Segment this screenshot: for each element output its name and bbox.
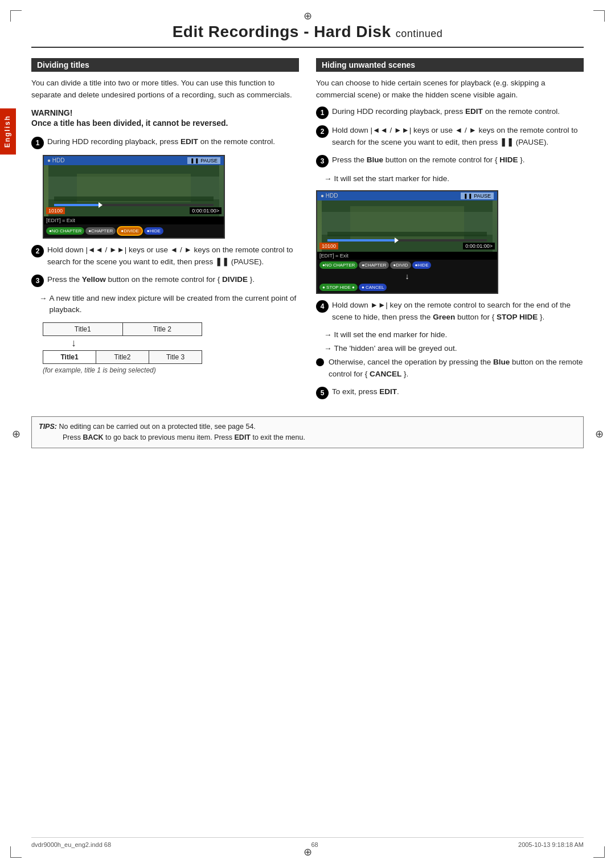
title1-before: Title1 — [43, 323, 123, 335]
right-step-5-text: To exit, press EDIT. — [332, 386, 399, 398]
right-step-4-sub1: → It will set the end marker for hide. — [324, 329, 584, 341]
warning-block: WARNING! Once a title has been divided, … — [31, 108, 299, 129]
ctrl-divide: ●DIVIDE — [117, 226, 143, 236]
screen-video-2: 10100 0:00:01:00> — [317, 200, 497, 252]
ctrl-chapter-2: ●CHAPTER — [359, 261, 389, 269]
warning-label: WARNING! — [31, 108, 299, 117]
warning-text: Once a title has been divided, it cannot… — [31, 117, 299, 129]
page-footer: dvdr9000h_eu_eng2.indd 68 68 2005-10-13 … — [31, 837, 584, 848]
right-step-1: 1 During HDD recording playback, press E… — [316, 106, 584, 119]
right-step-num-3: 3 — [316, 155, 329, 167]
circle-dot-icon — [316, 358, 324, 366]
ctrl-edit-1: [EDIT] = Exit — [44, 216, 224, 224]
ctrl-edit-2: [EDIT] = Exit — [317, 252, 497, 260]
arrow-down-container: ↓ — [71, 337, 202, 349]
screen-arrow: ↓ — [317, 271, 497, 282]
ctrl-chapter: ●CHAPTER — [85, 227, 116, 235]
step-3: 3 Press the Yellow button on the remote … — [31, 274, 299, 287]
right-step-3: 3 Press the Blue button on the remote co… — [316, 154, 584, 167]
svg-rect-12 — [327, 239, 396, 241]
screen-mockup-1: ● HDD ❚❚ PAUSE — [43, 155, 225, 239]
step-1: 1 During HDD recording playback, press E… — [31, 136, 299, 149]
arrow-icon-r1: → — [324, 173, 332, 185]
continued-label: continued — [396, 28, 443, 39]
screen-counter-2: 10100 — [319, 243, 338, 249]
svg-rect-10 — [327, 232, 487, 236]
footer-right: 2005-10-13 9:18:18 AM — [518, 841, 584, 848]
screen-controls-2b: ● STOP HIDE ● ● CANCEL — [317, 282, 497, 293]
arrow-icon-r2: → — [324, 329, 332, 341]
page-number: 68 — [311, 841, 318, 848]
title2-after: Title2 — [96, 351, 149, 363]
title1-after: Title1 — [43, 351, 96, 363]
step-num-2: 2 — [31, 245, 44, 257]
ctrl-no-chapter: ●NO CHAPTER — [46, 227, 84, 235]
circle-bullet-text: Otherwise, cancel the operation by press… — [329, 357, 584, 380]
screen-counter-1: 10100 — [46, 207, 65, 214]
screen-video-1: 10100 0:00:01:00> — [44, 165, 224, 216]
arrow-icon-1: → — [39, 293, 47, 304]
ctrl-divid-2: ●DIVID — [390, 261, 411, 269]
step-3-sub: → A new title and new index picture will… — [39, 293, 299, 316]
right-step-4-sub2: → The 'hidden' area will be greyed out. — [324, 343, 584, 354]
arrow-icon-r3: → — [324, 343, 332, 354]
right-column: Hiding unwanted scenes You can choose to… — [316, 58, 584, 405]
ctrl-no-chapter-2: ●NO CHAPTER — [319, 261, 358, 269]
arrow-down-icon: ↓ — [71, 337, 76, 349]
svg-rect-3 — [54, 196, 214, 201]
screen-header-1: ● HDD ❚❚ PAUSE — [44, 156, 224, 165]
screen-hdd-label-2: ● HDD — [321, 193, 338, 199]
diagram-caption: (for example, title 1 is being selected) — [43, 366, 299, 374]
ctrl-hide-2: ●HIDE — [412, 261, 432, 269]
tips-label: TIPS: — [39, 423, 57, 431]
hiding-intro: You can choose to hide certain scenes fo… — [316, 77, 584, 101]
hiding-scenes-header: Hiding unwanted scenes — [316, 58, 584, 72]
right-step-2: 2 Hold down |◄◄ / ►►| keys or use ◄ / ► … — [316, 125, 584, 149]
page-title: Edit Recordings - Hard Disk continued — [31, 23, 584, 41]
title3-after: Title 3 — [149, 351, 202, 363]
title2-before: Title 2 — [123, 323, 202, 335]
screen-pause-label: ❚❚ PAUSE — [187, 157, 220, 164]
title-diagram: Title1 Title 2 ↓ Title1 Title2 Title 3 — [43, 322, 202, 364]
right-step-4: 4 Hold down ►►| key on the remote contro… — [316, 300, 584, 324]
step-1-text: During HDD recording playback, press EDI… — [47, 136, 275, 148]
screen-timecode-2: 0:00:01:00> — [463, 243, 495, 249]
step-num-3: 3 — [31, 275, 44, 287]
screen-pause-label-2: ❚❚ PAUSE — [461, 193, 494, 199]
step-2: 2 Hold down |◄◄ / ►►| keys or use ◄ / ► … — [31, 244, 299, 268]
circle-bullet-1: Otherwise, cancel the operation by press… — [316, 357, 584, 380]
dividing-intro: You can divide a title into two or more … — [31, 77, 299, 101]
right-step-2-text: Hold down |◄◄ / ►►| keys or use ◄ / ► ke… — [332, 125, 584, 149]
page-header: Edit Recordings - Hard Disk continued — [31, 23, 584, 48]
ctrl-hide-1: ●HIDE — [144, 227, 163, 235]
screen-controls-2a: ●NO CHAPTER ●CHAPTER ●DIVID ●HIDE — [317, 260, 497, 271]
left-column: Dividing titles You can divide a title i… — [31, 58, 299, 405]
right-step-num-1: 1 — [316, 107, 329, 119]
screen-hdd-label: ● HDD — [47, 157, 64, 163]
step-2-text: Hold down |◄◄ / ►►| keys or use ◄ / ► ke… — [47, 244, 299, 268]
ctrl-stop-hide: ● STOP HIDE ● — [319, 284, 358, 291]
tips-box: TIPS: No editing can be carried out on a… — [31, 416, 584, 448]
tips-line1: No editing can be carried out on a prote… — [59, 423, 255, 431]
ctrl-cancel: ● CANCEL — [359, 284, 387, 291]
dividing-titles-header: Dividing titles — [31, 58, 299, 72]
right-step-5: 5 To exit, press EDIT. — [316, 386, 584, 399]
right-step-3-sub: → It will set the start marker for hide. — [324, 173, 584, 185]
svg-rect-5 — [54, 204, 100, 206]
right-step-3-text: Press the Blue button on the remote cont… — [332, 154, 524, 166]
step-num-1: 1 — [31, 137, 44, 149]
screen-controls-1: ●NO CHAPTER ●CHAPTER ●DIVIDE ●HIDE — [44, 224, 224, 238]
right-step-num-2: 2 — [316, 125, 329, 138]
right-step-1-text: During HDD recording playback, press EDI… — [332, 106, 560, 118]
title-row-before: Title1 Title 2 — [43, 322, 202, 336]
right-step-4-text: Hold down ►►| key on the remote control … — [332, 300, 584, 324]
screen-header-2: ● HDD ❚❚ PAUSE — [317, 191, 497, 200]
right-step-num-5: 5 — [316, 387, 329, 399]
footer-left: dvdr9000h_eu_eng2.indd 68 — [31, 841, 111, 848]
title-row-after: Title1 Title2 Title 3 — [43, 350, 202, 364]
screen-arrow-icon: ↓ — [405, 272, 409, 281]
screen-mockup-2: ● HDD ❚❚ PAUSE — [316, 190, 498, 294]
tips-line2-indent: Press BACK to go back to previous menu i… — [63, 433, 305, 441]
step-3-text: Press the Yellow button on the remote co… — [47, 274, 255, 286]
right-step-num-4: 4 — [316, 300, 329, 313]
